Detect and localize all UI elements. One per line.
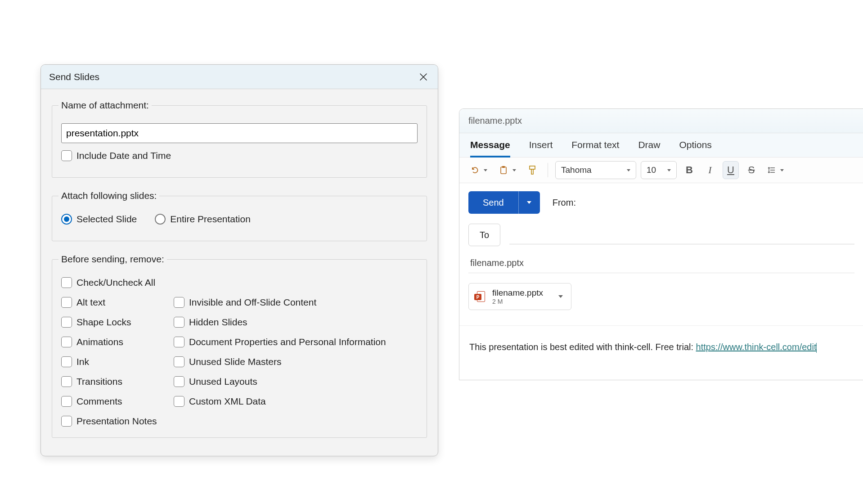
- checkbox-icon: [61, 297, 72, 308]
- line-spacing-button[interactable]: [764, 161, 787, 179]
- before-sending-remove-group: Before sending, remove: Check/Uncheck Al…: [52, 254, 427, 438]
- paste-button[interactable]: [495, 161, 520, 179]
- pptx-badge: P: [474, 294, 481, 300]
- font-family-value: Tahoma: [561, 165, 592, 175]
- line-spacing-icon: [768, 166, 776, 174]
- format-painter-button[interactable]: [524, 161, 540, 179]
- radio-entire-presentation[interactable]: Entire Presentation: [155, 214, 251, 225]
- attach-slides-legend: Attach following slides:: [58, 190, 159, 201]
- italic-button[interactable]: I: [702, 161, 718, 179]
- tab-options[interactable]: Options: [679, 140, 711, 157]
- text-cursor: [816, 343, 817, 353]
- remove-invisible-content[interactable]: Invisible and Off-Slide Content: [174, 297, 418, 308]
- font-size-select[interactable]: 10: [641, 161, 677, 179]
- undo-button[interactable]: [467, 161, 491, 179]
- remove-hidden-slides[interactable]: Hidden Slides: [174, 317, 418, 328]
- email-body[interactable]: This presentation is best edited with th…: [459, 325, 863, 380]
- email-body-link[interactable]: https://www.think-cell.com/edit: [696, 342, 817, 352]
- remove-transitions-label: Transitions: [76, 376, 122, 387]
- send-split-button: Send: [468, 191, 540, 214]
- attachment-name-legend: Name of attachment:: [58, 100, 152, 111]
- remove-presentation-notes-label: Presentation Notes: [76, 416, 157, 427]
- send-options-dropdown[interactable]: [518, 191, 540, 214]
- remove-alt-text[interactable]: Alt text: [61, 297, 174, 308]
- attachment-size: 2 M: [492, 298, 543, 305]
- attachment-filename-input[interactable]: [61, 123, 418, 143]
- include-date-time-checkbox[interactable]: Include Date and Time: [61, 150, 418, 161]
- remove-unused-layouts-label: Unused Layouts: [189, 376, 257, 387]
- remove-shape-locks-label: Shape Locks: [76, 317, 131, 328]
- checkbox-icon: [174, 317, 184, 328]
- radio-selected-slide-label: Selected Slide: [76, 214, 137, 225]
- send-slides-dialog: Send Slides Name of attachment: Include …: [40, 64, 438, 456]
- send-button[interactable]: Send: [468, 191, 518, 214]
- email-compose-window: filename.pptx Message Insert Format text…: [459, 108, 863, 380]
- checkbox-icon: [61, 317, 72, 328]
- remove-alt-text-label: Alt text: [76, 297, 105, 308]
- remove-comments-label: Comments: [76, 396, 122, 407]
- attachment-chip[interactable]: P filename.pptx 2 M: [468, 283, 571, 310]
- remove-shape-locks[interactable]: Shape Locks: [61, 317, 174, 328]
- checkbox-icon: [174, 297, 184, 308]
- ribbon-toolbar: Tahoma 10 B I U S: [459, 157, 863, 183]
- font-family-select[interactable]: Tahoma: [555, 161, 636, 179]
- remove-unused-slide-masters-label: Unused Slide Masters: [189, 356, 281, 367]
- checkbox-icon: [61, 356, 72, 367]
- checkbox-icon: [61, 416, 72, 427]
- remove-hidden-slides-label: Hidden Slides: [189, 317, 247, 328]
- remove-transitions[interactable]: Transitions: [61, 376, 174, 387]
- clipboard-icon: [499, 166, 508, 175]
- bold-button[interactable]: B: [681, 161, 697, 179]
- from-label: From:: [553, 198, 576, 208]
- remove-presentation-notes[interactable]: Presentation Notes: [61, 416, 418, 427]
- close-button[interactable]: [414, 68, 432, 86]
- tab-insert[interactable]: Insert: [529, 140, 553, 157]
- checkbox-icon: [61, 337, 72, 347]
- tab-message[interactable]: Message: [470, 140, 510, 158]
- subject-field[interactable]: filename.pptx: [468, 252, 854, 273]
- chevron-down-icon: [627, 169, 630, 171]
- tab-format-text[interactable]: Format text: [571, 140, 619, 157]
- check-uncheck-all-label: Check/Uncheck All: [76, 277, 155, 288]
- font-size-value: 10: [647, 165, 656, 175]
- radio-entire-presentation-label: Entire Presentation: [170, 214, 251, 225]
- remove-unused-slide-masters[interactable]: Unused Slide Masters: [174, 356, 418, 367]
- remove-custom-xml[interactable]: Custom XML Data: [174, 396, 418, 407]
- ribbon-divider: [548, 163, 548, 177]
- checkbox-icon: [61, 277, 72, 288]
- remove-ink[interactable]: Ink: [61, 356, 174, 367]
- attachment-name: filename.pptx: [492, 288, 543, 298]
- radio-selected-slide[interactable]: Selected Slide: [61, 214, 137, 225]
- remove-animations[interactable]: Animations: [61, 337, 174, 347]
- pptx-file-icon: P: [474, 291, 485, 302]
- radio-icon: [155, 214, 166, 225]
- checkbox-icon: [61, 396, 72, 407]
- svg-rect-1: [502, 166, 505, 168]
- chevron-down-icon: [558, 295, 563, 298]
- attach-slides-group: Attach following slides: Selected Slide …: [52, 190, 427, 241]
- remove-comments[interactable]: Comments: [61, 396, 174, 407]
- remove-custom-xml-label: Custom XML Data: [189, 396, 266, 407]
- email-body-text: This presentation is best edited with th…: [469, 342, 696, 352]
- radio-icon: [61, 214, 72, 225]
- to-button[interactable]: To: [468, 224, 500, 246]
- remove-invisible-content-label: Invisible and Off-Slide Content: [189, 297, 316, 308]
- checkbox-icon: [61, 376, 72, 387]
- to-field[interactable]: [509, 244, 854, 244]
- email-ribbon-tabs: Message Insert Format text Draw Options: [459, 133, 863, 157]
- chevron-down-icon: [667, 169, 671, 171]
- underline-button[interactable]: U: [723, 161, 739, 179]
- remove-ink-label: Ink: [76, 356, 89, 367]
- checkbox-icon: [61, 150, 72, 161]
- tab-draw[interactable]: Draw: [638, 140, 660, 157]
- email-titlebar: filename.pptx: [459, 109, 863, 133]
- remove-doc-properties[interactable]: Document Properties and Personal Informa…: [174, 337, 418, 347]
- check-uncheck-all[interactable]: Check/Uncheck All: [61, 277, 418, 288]
- checkbox-icon: [174, 396, 184, 407]
- dialog-title: Send Slides: [49, 72, 99, 82]
- undo-icon: [470, 166, 479, 175]
- strikethrough-button[interactable]: S: [743, 161, 760, 179]
- paintbrush-icon: [528, 165, 537, 175]
- svg-rect-0: [501, 167, 506, 174]
- remove-unused-layouts[interactable]: Unused Layouts: [174, 376, 418, 387]
